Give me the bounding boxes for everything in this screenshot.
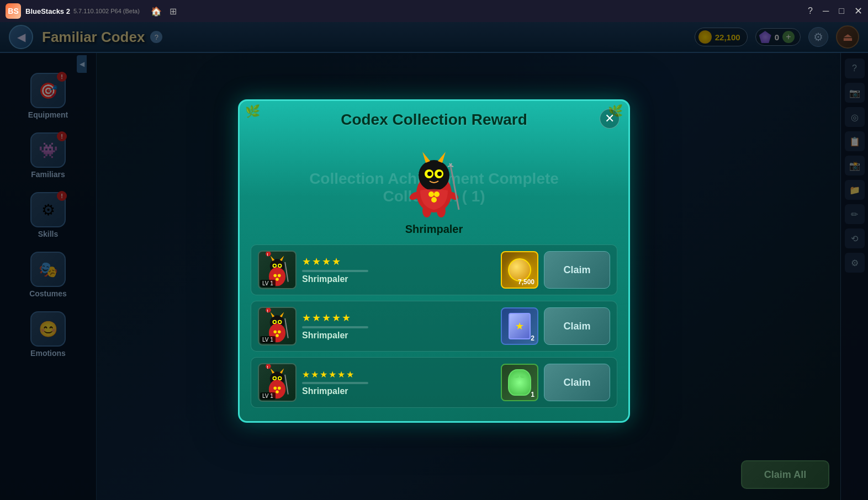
- svg-marker-18: [280, 256, 284, 261]
- reward-info-3: ★★★★★★ Shrimpaler: [302, 369, 495, 396]
- modal-hero-section: Collection Achievement CompleteCollectio…: [240, 134, 628, 244]
- titlebar-restore-icon[interactable]: □: [839, 6, 844, 16]
- char-thumb-lv-3: LV 1: [260, 392, 276, 400]
- reward-info-1: ★★★★ Shrimpaler: [302, 256, 495, 284]
- svg-line-55: [285, 375, 288, 395]
- reward-bar-1: [302, 270, 368, 272]
- svg-marker-31: [271, 312, 275, 317]
- svg-line-12: [451, 166, 459, 210]
- app-name: BlueStacks 2: [25, 7, 70, 15]
- app-logo: BS: [6, 3, 21, 19]
- svg-point-7: [437, 172, 442, 176]
- svg-point-53: [276, 390, 279, 393]
- svg-point-54: [278, 387, 281, 390]
- svg-point-36: [279, 321, 281, 323]
- titlebar-close-icon[interactable]: ✕: [854, 5, 862, 17]
- stars-5: ★★★★★: [302, 312, 495, 324]
- svg-point-24: [273, 274, 277, 278]
- stars-4: ★★★★: [302, 256, 495, 268]
- card-amount: 2: [531, 334, 534, 342]
- reward-item-gummy-3: 1: [501, 364, 538, 401]
- reward-item-gold-1: 7,500: [501, 251, 538, 289]
- char-thumb-lv-1: LV 1: [260, 280, 276, 287]
- reward-modal: 🌿 🌿 Codex Collection Reward ✕ Collection…: [238, 99, 630, 423]
- reward-char-name-1: Shrimpaler: [302, 274, 495, 284]
- reward-row-1: ! LV 1 ★★★★ Shrimpaler 7,500: [251, 244, 617, 295]
- app-version: 5.7.110.1002 P64 (Beta): [73, 8, 140, 14]
- modal-header: Codex Collection Reward ✕: [240, 101, 628, 134]
- titlebar: BS BlueStacks 2 5.7.110.1002 P64 (Beta) …: [0, 0, 868, 22]
- svg-point-13: [428, 192, 434, 197]
- titlebar-grid-icon[interactable]: ⊞: [170, 6, 177, 17]
- svg-point-52: [273, 387, 277, 390]
- claim-button-3[interactable]: Claim: [544, 364, 610, 401]
- hero-character-image: [398, 143, 470, 221]
- titlebar-help-icon[interactable]: ?: [808, 6, 813, 16]
- game-area: ◀ Familiar Codex ? 22,100 0 + ⚙ ⏏ ◀ 🎯 !: [0, 22, 868, 500]
- svg-point-15: [431, 197, 437, 203]
- svg-point-22: [279, 265, 281, 267]
- reward-row-2: ! LV 1 ★★★★★ Shrimpaler 2: [251, 301, 617, 352]
- reward-char-name-2: Shrimpaler: [302, 331, 495, 341]
- modal-overlay: 🌿 🌿 Codex Collection Reward ✕ Collection…: [0, 22, 868, 500]
- svg-marker-46: [280, 369, 284, 374]
- char-thumb-3: ! LV 1: [258, 363, 297, 402]
- reward-info-2: ★★★★★ Shrimpaler: [302, 312, 495, 341]
- svg-text:!: !: [267, 252, 268, 257]
- svg-marker-2: [422, 152, 430, 163]
- svg-point-14: [434, 192, 440, 197]
- reward-char-name-3: Shrimpaler: [302, 386, 495, 396]
- svg-point-1: [419, 160, 449, 191]
- svg-marker-32: [280, 312, 284, 317]
- svg-text:!: !: [267, 365, 268, 370]
- svg-point-6: [427, 172, 432, 176]
- svg-marker-3: [438, 152, 446, 163]
- reward-row-3: ! LV 1 ★★★★★★ Shrimpaler 1: [251, 357, 617, 408]
- svg-point-49: [273, 377, 276, 380]
- svg-marker-45: [271, 369, 275, 374]
- svg-text:!: !: [267, 308, 268, 313]
- stars-6: ★★★★★★: [302, 369, 495, 380]
- gummy-bear-icon: [508, 369, 531, 396]
- claim-button-2[interactable]: Claim: [544, 307, 610, 345]
- claim-button-1[interactable]: Claim: [544, 251, 610, 289]
- char-thumb-1: ! LV 1: [258, 251, 297, 289]
- svg-point-35: [273, 321, 276, 323]
- svg-point-21: [273, 265, 276, 267]
- svg-point-25: [276, 278, 279, 281]
- reward-item-card-2: 2: [501, 307, 538, 345]
- modal-close-button[interactable]: ✕: [600, 109, 620, 129]
- char-thumb-lv-2: LV 1: [260, 336, 276, 343]
- titlebar-home-icon[interactable]: 🏠: [151, 6, 162, 17]
- hero-name: Shrimpaler: [405, 223, 463, 236]
- reward-bar-3: [302, 382, 368, 384]
- svg-point-40: [278, 331, 281, 334]
- titlebar-minimize-icon[interactable]: ─: [823, 6, 829, 16]
- svg-line-41: [285, 318, 288, 338]
- card-icon: [509, 313, 531, 339]
- gummy-amount: 1: [531, 391, 534, 398]
- char-thumb-2: ! LV 1: [258, 307, 297, 345]
- modal-title: Codex Collection Reward: [341, 111, 527, 129]
- reward-rows: ! LV 1 ★★★★ Shrimpaler 7,500: [240, 244, 628, 408]
- svg-point-26: [278, 274, 281, 278]
- logo-text: BS: [8, 7, 18, 15]
- svg-point-39: [276, 334, 279, 337]
- svg-point-38: [273, 331, 277, 334]
- svg-point-50: [279, 377, 281, 380]
- reward-bar-2: [302, 326, 368, 328]
- gold-amount: 7,500: [518, 278, 534, 286]
- svg-line-27: [285, 262, 288, 282]
- svg-marker-17: [271, 256, 275, 261]
